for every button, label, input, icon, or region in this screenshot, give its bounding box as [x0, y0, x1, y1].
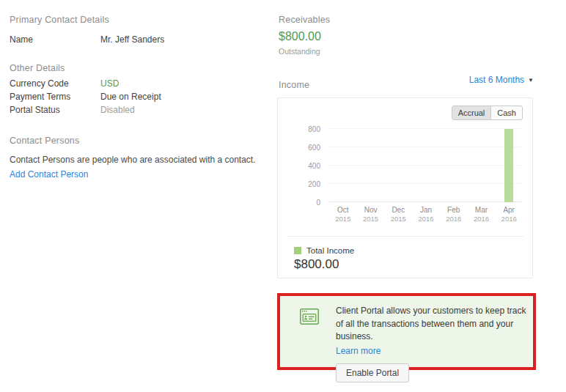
receivables-summary: Receivables $800.00 Outstanding — [279, 15, 330, 56]
payment-terms-row: Payment Terms Due on Receipt — [10, 92, 266, 103]
x-tick-label: Jan2016 — [412, 206, 440, 223]
accrual-toggle-button[interactable]: Accrual — [452, 106, 492, 119]
contact-persons-heading: Contact Persons — [10, 136, 266, 146]
x-tick-label: Feb2016 — [440, 206, 468, 223]
id-card-icon — [300, 308, 319, 367]
contact-persons-description: Contact Persons are people who are assoc… — [10, 155, 266, 166]
chevron-down-icon: ▼ — [528, 76, 534, 84]
x-tick-label: Nov2015 — [357, 206, 385, 223]
bar-column — [384, 129, 412, 202]
chart-xlabels: Oct2015Nov2015Dec2015Jan2016Feb2016Mar20… — [329, 206, 523, 223]
client-portal-callout: Client Portal allows your customers to k… — [277, 293, 536, 370]
bar-column — [329, 129, 357, 202]
receivables-heading: Receivables — [279, 15, 330, 25]
payment-terms-value: Due on Receipt — [100, 92, 161, 103]
name-value: Mr. Jeff Sanders — [100, 34, 164, 45]
y-tick-label: 400 — [308, 162, 320, 170]
bar-column — [412, 129, 440, 202]
chart-plot — [329, 129, 523, 202]
cash-toggle-button[interactable]: Cash — [491, 106, 522, 119]
bar-column — [495, 129, 523, 202]
add-contact-person-link[interactable]: Add Contact Person — [10, 169, 88, 180]
y-tick-label: 0 — [316, 199, 320, 207]
bar-column — [357, 129, 385, 202]
receivables-caption: Outstanding — [279, 47, 330, 56]
total-income-legend-swatch — [294, 247, 301, 254]
currency-code-value: USD — [100, 78, 119, 89]
portal-status-label: Portal Status — [10, 105, 100, 116]
primary-contact-details-heading: Primary Contact Details — [10, 15, 266, 25]
income-header: Income Last 6 Months ▼ — [279, 75, 534, 90]
enable-portal-button[interactable]: Enable Portal — [336, 363, 409, 382]
name-row: Name Mr. Jeff Sanders — [10, 34, 266, 45]
currency-code-label: Currency Code — [10, 78, 100, 89]
income-bar — [504, 129, 513, 202]
portal-status-row: Portal Status Disabled — [10, 105, 266, 116]
chart-bars — [329, 129, 523, 202]
bar-column — [468, 129, 496, 202]
x-tick-label: Dec2015 — [384, 206, 412, 223]
client-portal-body: Client Portal allows your customers to k… — [336, 305, 533, 367]
total-income-legend-label: Total Income — [306, 246, 354, 255]
y-tick-label: 800 — [308, 125, 320, 133]
currency-code-row: Currency Code USD — [10, 78, 266, 89]
date-range-label: Last 6 Months — [469, 75, 524, 85]
receivables-amount: $800.00 — [279, 30, 330, 43]
y-tick-label: 600 — [308, 144, 320, 152]
y-tick-label: 200 — [308, 180, 320, 188]
name-label: Name — [10, 34, 100, 45]
chart-legend: Total Income — [294, 246, 354, 255]
bar-column — [440, 129, 468, 202]
x-tick-label: Mar2016 — [468, 206, 496, 223]
chart-ylabels: 0200400600800 — [278, 129, 320, 202]
client-portal-description: Client Portal allows your customers to k… — [336, 305, 533, 344]
payment-terms-label: Payment Terms — [10, 92, 100, 103]
learn-more-link[interactable]: Learn more — [336, 346, 381, 356]
contact-details-panel: Primary Contact Details Name Mr. Jeff Sa… — [10, 15, 266, 180]
x-tick-label: Apr2016 — [495, 206, 523, 223]
total-income-amount: $800.00 — [294, 257, 339, 272]
chart-card-divider — [287, 236, 523, 237]
other-details-heading: Other Details — [10, 63, 266, 73]
income-heading: Income — [279, 80, 309, 90]
income-chart-card: Accrual Cash 0200400600800 Oct2015Nov201… — [277, 97, 533, 278]
accounting-basis-toggle: Accrual Cash — [452, 106, 523, 120]
portal-status-value: Disabled — [100, 105, 135, 116]
x-tick-label: Oct2015 — [329, 206, 357, 223]
date-range-dropdown[interactable]: Last 6 Months ▼ — [469, 75, 534, 85]
